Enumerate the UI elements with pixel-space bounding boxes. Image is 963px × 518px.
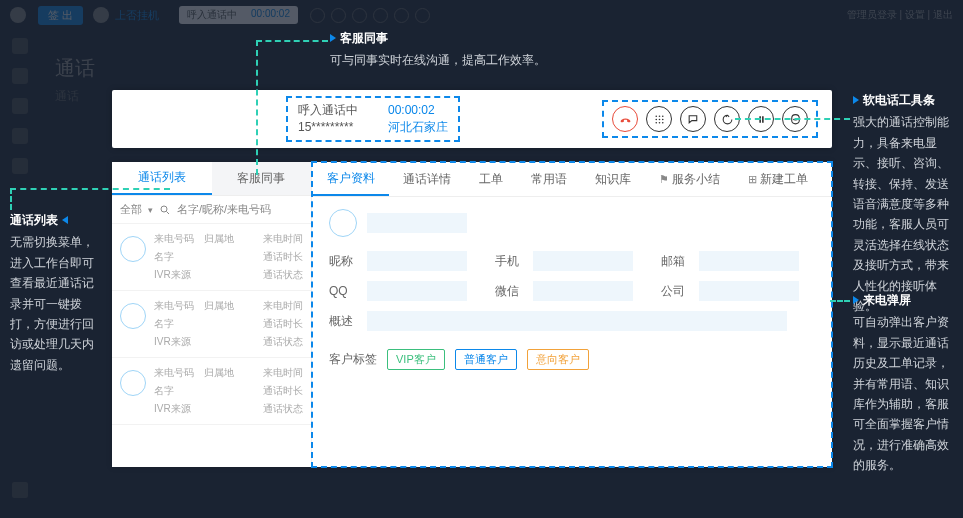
- list-item[interactable]: 来电号码 归属地 来电时间 名字 通话时长 IVR来源 通话状态: [112, 224, 311, 291]
- consult-icon[interactable]: [680, 106, 706, 132]
- svg-point-1: [658, 115, 660, 117]
- dialpad-icon[interactable]: [646, 106, 672, 132]
- leader-line: [10, 188, 170, 190]
- svg-point-0: [655, 115, 657, 117]
- nick-input[interactable]: [367, 251, 467, 271]
- label-mobile: 手机: [495, 253, 525, 270]
- tag-normal[interactable]: 普通客户: [455, 349, 517, 370]
- customer-avatar: [329, 209, 357, 237]
- flag-icon: ⚑: [659, 173, 669, 186]
- qq-input[interactable]: [367, 281, 467, 301]
- leader-line: [830, 300, 850, 302]
- tag-vip[interactable]: VIP客户: [387, 349, 445, 370]
- tab-call-list[interactable]: 通话列表: [112, 162, 212, 195]
- annotation-colleague: 客服同事 可与同事实时在线沟通，提高工作效率。: [330, 28, 730, 71]
- label-email: 邮箱: [661, 253, 691, 270]
- list-item[interactable]: 来电号码 归属地 来电时间 名字 通话时长 IVR来源 通话状态: [112, 291, 311, 358]
- call-number: 15*********: [298, 119, 358, 136]
- svg-point-5: [661, 118, 663, 120]
- label-wechat: 微信: [495, 283, 525, 300]
- tab-colleagues[interactable]: 客服同事: [212, 162, 312, 195]
- svg-line-12: [167, 211, 170, 214]
- chevron-down-icon[interactable]: ▾: [148, 205, 153, 215]
- bg-call-status: 呼入通话中 00:00:02: [179, 6, 298, 24]
- plus-square-icon: ⊞: [748, 173, 757, 186]
- svg-point-4: [658, 118, 660, 120]
- avatar: [120, 303, 146, 329]
- tab-kb[interactable]: 知识库: [581, 163, 645, 196]
- wechat-input[interactable]: [533, 281, 633, 301]
- tab-phrases[interactable]: 常用语: [517, 163, 581, 196]
- tab-ticket[interactable]: 工单: [465, 163, 517, 196]
- email-input[interactable]: [699, 251, 799, 271]
- svg-point-7: [658, 121, 660, 123]
- label-desc: 概述: [329, 313, 359, 330]
- filter-all[interactable]: 全部: [120, 202, 142, 217]
- tab-call-detail[interactable]: 通话详情: [389, 163, 465, 196]
- hangup-text: 上否挂机: [115, 8, 159, 23]
- leader-line: [735, 118, 850, 120]
- customer-name-input[interactable]: [367, 213, 467, 233]
- call-location: 河北石家庄: [388, 119, 448, 136]
- tab-profile[interactable]: 客户资料: [313, 163, 389, 196]
- annotation-softphone: 软电话工具条 强大的通话控制能力，具备来电显示、接听、咨询、转接、保持、发送语音…: [853, 90, 953, 316]
- avatar: [120, 370, 146, 396]
- list-item[interactable]: 来电号码 归属地 来电时间 名字 通话时长 IVR来源 通话状态: [112, 358, 311, 425]
- main-panel: 通话列表 客服同事 全部 ▾ 名字/昵称/来电号码 来电号码 归属地 来电时间 …: [112, 162, 832, 467]
- customer-profile-pane: 客户资料 通话详情 工单 常用语 知识库 ⚑服务小结 ⊞新建工单 昵称 手机 邮…: [311, 161, 833, 468]
- annotation-call-list: 通话列表 无需切换菜单，进入工作台即可查看最近通话记录并可一键拨打，方便进行回访…: [10, 210, 102, 375]
- desc-input[interactable]: [367, 311, 787, 331]
- annotation-popup: 来电弹屏 可自动弹出客户资料，显示最近通话历史及工单记录，并有常用语、知识库作为…: [853, 290, 953, 476]
- top-right-links[interactable]: 管理员登录 | 设置 | 退出: [847, 8, 953, 22]
- phone-icon: [93, 7, 109, 23]
- leader-line: [256, 40, 258, 175]
- call-timer: 00:00:02: [388, 102, 448, 119]
- svg-point-2: [661, 115, 663, 117]
- page-title: 通话: [55, 55, 95, 82]
- label-company: 公司: [661, 283, 691, 300]
- tag-intent[interactable]: 意向客户: [527, 349, 589, 370]
- mobile-input[interactable]: [533, 251, 633, 271]
- bg-toolbar-icons: [310, 8, 430, 23]
- label-tags: 客户标签: [329, 351, 377, 368]
- svg-point-11: [161, 206, 167, 212]
- label-nick: 昵称: [329, 253, 359, 270]
- call-status-label: 呼入通话中: [298, 102, 358, 119]
- logout-button[interactable]: 签 出: [38, 6, 83, 25]
- call-status-box: 呼入通话中 15********* 00:00:02 河北石家庄: [286, 96, 460, 142]
- svg-point-3: [655, 118, 657, 120]
- softphone-toolbar: 呼入通话中 15********* 00:00:02 河北石家庄: [112, 90, 832, 148]
- label-qq: QQ: [329, 284, 359, 298]
- avatar: [10, 7, 26, 23]
- search-input[interactable]: 名字/昵称/来电号码: [177, 202, 271, 217]
- page-subtab: 通话: [55, 88, 79, 105]
- tab-new-ticket[interactable]: ⊞新建工单: [734, 163, 822, 196]
- svg-point-8: [661, 121, 663, 123]
- hangup-icon[interactable]: [612, 106, 638, 132]
- tab-summary[interactable]: ⚑服务小结: [645, 163, 734, 196]
- avatar: [120, 236, 146, 262]
- leader-line: [256, 40, 328, 42]
- search-icon[interactable]: [159, 204, 171, 216]
- call-list-pane: 通话列表 客服同事 全部 ▾ 名字/昵称/来电号码 来电号码 归属地 来电时间 …: [112, 162, 312, 467]
- leader-line: [10, 188, 12, 210]
- company-input[interactable]: [699, 281, 799, 301]
- svg-point-6: [655, 121, 657, 123]
